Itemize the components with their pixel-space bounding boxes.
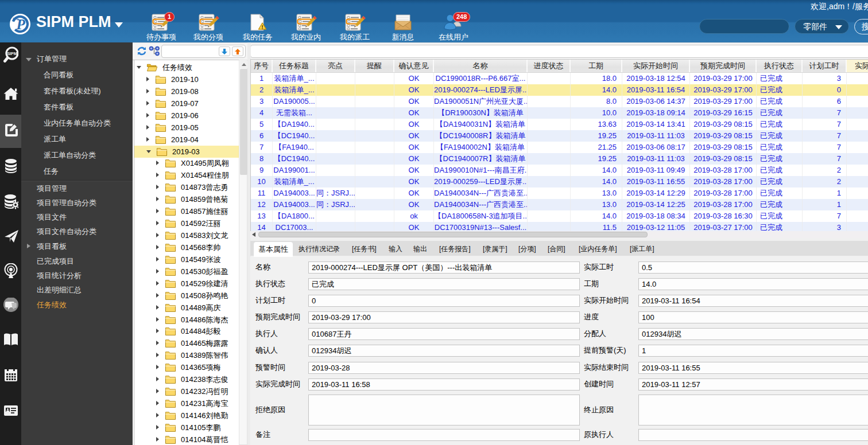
svg-text:SIPM: SIPM	[7, 52, 17, 56]
